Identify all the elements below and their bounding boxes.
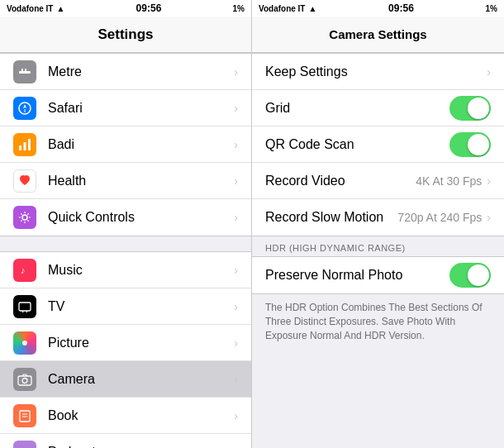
carrier-right: Vodafone IT <box>259 4 305 13</box>
qr-label: QR Code Scan <box>265 137 449 152</box>
hdr-footer: The HDR Option Combines The Best Section… <box>252 294 504 354</box>
metre-label: Metre <box>48 64 234 79</box>
podcasts-label: Podcast <box>48 445 234 449</box>
record-slow-value: 720p At 240 Fps <box>397 211 482 224</box>
record-slow-chevron: › <box>487 211 491 224</box>
right-status-bar: Vodafone IT ▲ 09:56 1% <box>252 0 504 17</box>
carrier-left: Vodafone IT <box>7 4 53 13</box>
camera-chevron: › <box>234 373 238 386</box>
preserve-label: Preserve Normal Photo <box>265 268 449 283</box>
signal-left: ▲ <box>56 4 64 13</box>
camera-item-record-slow[interactable]: Record Slow Motion 720p At 240 Fps › <box>252 199 504 236</box>
camera-item-preserve[interactable]: Preserve Normal Photo <box>252 257 504 293</box>
camera-icon <box>13 368 36 391</box>
podcasts-chevron: › <box>234 446 238 449</box>
preserve-toggle[interactable] <box>449 263 491 288</box>
safari-chevron: › <box>234 102 238 115</box>
svg-rect-15 <box>18 376 31 385</box>
camera-group-1: Keep Settings › Grid QR Code Scan Record… <box>252 53 504 236</box>
time-right: 09:56 <box>388 2 414 14</box>
settings-item-safari[interactable]: Safari › <box>0 90 251 126</box>
time-left: 09:56 <box>136 2 162 14</box>
books-icon <box>13 404 36 427</box>
right-panel: Vodafone IT ▲ 09:56 1% Camera Settings K… <box>252 0 504 448</box>
battery-left: 1% <box>233 4 245 13</box>
left-status-left: Vodafone IT ▲ <box>7 4 64 13</box>
badi-icon <box>13 133 36 156</box>
svg-rect-8 <box>28 139 31 150</box>
svg-rect-1 <box>21 69 23 72</box>
health-icon <box>13 169 36 193</box>
qr-toggle[interactable] <box>449 132 491 157</box>
battery-right: 1% <box>486 4 497 13</box>
metre-icon <box>13 60 36 83</box>
metre-chevron: › <box>234 65 238 79</box>
camera-label: Camera <box>48 372 234 387</box>
music-chevron: › <box>234 264 238 277</box>
svg-rect-7 <box>24 142 26 150</box>
settings-item-metre[interactable]: Metre › <box>0 54 251 90</box>
record-video-label: Record Video <box>265 174 416 188</box>
left-nav-title: Settings <box>97 26 153 43</box>
safari-label: Safari <box>48 101 234 116</box>
health-chevron: › <box>234 174 238 188</box>
svg-point-14 <box>22 341 27 346</box>
grid-label: Grid <box>265 101 449 116</box>
settings-item-health[interactable]: Health › <box>0 163 251 199</box>
tv-label: TV <box>48 299 234 314</box>
badi-chevron: › <box>234 138 238 151</box>
quickcontrols-chevron: › <box>234 211 238 224</box>
tv-chevron: › <box>234 300 238 313</box>
music-icon: ♪ <box>13 259 36 282</box>
pictures-chevron: › <box>234 336 238 350</box>
pictures-label: Picture <box>48 336 234 350</box>
keep-settings-label: Keep Settings <box>265 64 487 79</box>
svg-text:♪: ♪ <box>21 265 26 275</box>
svg-rect-2 <box>25 69 26 72</box>
right-status-left: Vodafone IT ▲ <box>259 4 316 13</box>
record-video-value: 4K At 30 Fps <box>416 174 482 188</box>
grid-toggle[interactable] <box>449 96 491 121</box>
camera-item-qr[interactable]: QR Code Scan <box>252 126 504 163</box>
settings-item-tv[interactable]: TV › <box>0 288 251 325</box>
settings-item-music[interactable]: ♪ Music › <box>0 252 251 288</box>
settings-item-pictures[interactable]: Picture › <box>0 325 251 361</box>
camera-item-keep-settings[interactable]: Keep Settings › <box>252 54 504 90</box>
left-status-bar: Vodafone IT ▲ 09:56 1% <box>0 0 251 17</box>
health-label: Health <box>48 174 234 188</box>
svg-rect-6 <box>19 145 21 150</box>
camera-settings-content: Keep Settings › Grid QR Code Scan Record… <box>252 53 504 448</box>
camera-item-grid[interactable]: Grid <box>252 90 504 126</box>
record-slow-label: Record Slow Motion <box>265 210 397 225</box>
tv-icon <box>13 295 36 318</box>
books-chevron: › <box>234 409 238 422</box>
settings-item-books[interactable]: Book › <box>0 398 251 434</box>
settings-item-badi[interactable]: Badi › <box>0 126 251 163</box>
badi-label: Badi <box>48 137 234 152</box>
left-nav-bar: Settings <box>0 17 251 53</box>
svg-point-9 <box>22 215 27 220</box>
books-label: Book <box>48 408 234 423</box>
hdr-section-header: HDR (HIGH DYNAMIC RANGE) <box>252 236 504 256</box>
record-video-chevron: › <box>487 174 491 188</box>
left-settings-list: Metre › Safari › Badi › <box>0 53 251 448</box>
svg-rect-11 <box>19 303 31 311</box>
left-panel: Vodafone IT ▲ 09:56 1% Settings Metre › <box>0 0 252 448</box>
music-label: Music <box>48 263 234 278</box>
camera-group-2: Preserve Normal Photo <box>252 256 504 294</box>
settings-item-camera[interactable]: Camera › <box>0 361 251 398</box>
keep-settings-chevron: › <box>487 65 491 79</box>
signal-right: ▲ <box>308 4 316 13</box>
right-nav-title: Camera Settings <box>329 27 426 41</box>
settings-item-quickcontrols[interactable]: Quick Controls › <box>0 199 251 236</box>
settings-item-podcasts[interactable]: Podcast › <box>0 434 251 448</box>
right-status-right: 1% <box>486 4 497 13</box>
quickcontrols-icon <box>13 206 36 229</box>
right-nav-bar: Camera Settings <box>252 17 504 53</box>
settings-group-1: Metre › Safari › Badi › <box>0 53 251 236</box>
svg-marker-4 <box>23 104 26 108</box>
hdr-section: HDR (HIGH DYNAMIC RANGE) Preserve Normal… <box>252 236 504 354</box>
pictures-icon <box>13 331 36 355</box>
camera-item-record-video[interactable]: Record Video 4K At 30 Fps › <box>252 163 504 199</box>
svg-point-16 <box>22 378 27 383</box>
